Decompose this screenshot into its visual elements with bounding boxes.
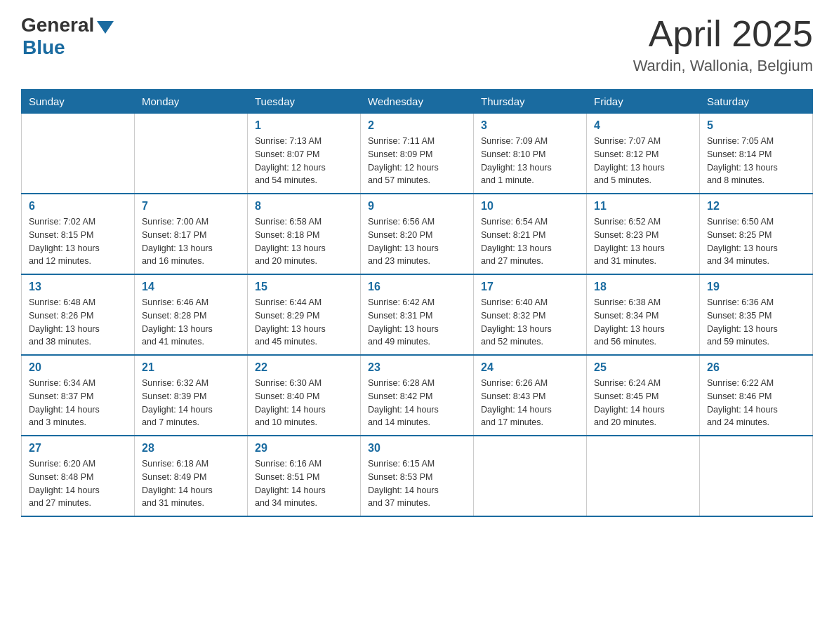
calendar-cell: 24Sunrise: 6:26 AM Sunset: 8:43 PM Dayli…	[474, 355, 587, 436]
calendar-cell: 27Sunrise: 6:20 AM Sunset: 8:48 PM Dayli…	[22, 436, 135, 516]
calendar-week-3: 13Sunrise: 6:48 AM Sunset: 8:26 PM Dayli…	[22, 274, 813, 355]
day-number: 5	[707, 119, 805, 132]
calendar-cell: 14Sunrise: 6:46 AM Sunset: 8:28 PM Dayli…	[135, 274, 248, 355]
page-header: General Blue April 2025 Wardin, Wallonia…	[21, 14, 813, 75]
day-info: Sunrise: 7:02 AM Sunset: 8:15 PM Dayligh…	[29, 215, 127, 268]
calendar-cell: 13Sunrise: 6:48 AM Sunset: 8:26 PM Dayli…	[22, 274, 135, 355]
column-header-monday: Monday	[135, 90, 248, 114]
calendar-week-5: 27Sunrise: 6:20 AM Sunset: 8:48 PM Dayli…	[22, 436, 813, 516]
column-header-tuesday: Tuesday	[248, 90, 361, 114]
day-number: 4	[594, 119, 692, 132]
calendar-cell: 6Sunrise: 7:02 AM Sunset: 8:15 PM Daylig…	[22, 194, 135, 274]
day-number: 17	[481, 281, 579, 293]
day-info: Sunrise: 6:30 AM Sunset: 8:40 PM Dayligh…	[255, 377, 353, 429]
day-info: Sunrise: 6:56 AM Sunset: 8:20 PM Dayligh…	[368, 215, 466, 268]
title-area: April 2025 Wardin, Wallonia, Belgium	[633, 14, 813, 75]
column-header-saturday: Saturday	[700, 90, 813, 114]
day-info: Sunrise: 6:36 AM Sunset: 8:35 PM Dayligh…	[707, 296, 805, 349]
calendar-cell: 16Sunrise: 6:42 AM Sunset: 8:31 PM Dayli…	[361, 274, 474, 355]
calendar-cell: 11Sunrise: 6:52 AM Sunset: 8:23 PM Dayli…	[587, 194, 700, 274]
logo: General Blue	[21, 14, 114, 59]
calendar-cell: 3Sunrise: 7:09 AM Sunset: 8:10 PM Daylig…	[474, 114, 587, 194]
day-number: 10	[481, 200, 579, 213]
day-info: Sunrise: 6:40 AM Sunset: 8:32 PM Dayligh…	[481, 296, 579, 349]
day-info: Sunrise: 6:46 AM Sunset: 8:28 PM Dayligh…	[142, 296, 240, 349]
calendar-header: SundayMondayTuesdayWednesdayThursdayFrid…	[22, 90, 813, 114]
day-info: Sunrise: 6:26 AM Sunset: 8:43 PM Dayligh…	[481, 377, 579, 429]
day-info: Sunrise: 7:07 AM Sunset: 8:12 PM Dayligh…	[594, 135, 692, 187]
calendar-cell: 17Sunrise: 6:40 AM Sunset: 8:32 PM Dayli…	[474, 274, 587, 355]
calendar-cell: 25Sunrise: 6:24 AM Sunset: 8:45 PM Dayli…	[587, 355, 700, 436]
day-number: 26	[707, 361, 805, 374]
day-number: 18	[594, 281, 692, 293]
calendar-cell: 1Sunrise: 7:13 AM Sunset: 8:07 PM Daylig…	[248, 114, 361, 194]
day-number: 28	[142, 442, 240, 455]
calendar-cell	[474, 436, 587, 516]
column-header-thursday: Thursday	[474, 90, 587, 114]
day-info: Sunrise: 7:13 AM Sunset: 8:07 PM Dayligh…	[255, 135, 353, 187]
day-number: 21	[142, 361, 240, 374]
day-number: 14	[142, 281, 240, 293]
calendar-cell: 10Sunrise: 6:54 AM Sunset: 8:21 PM Dayli…	[474, 194, 587, 274]
day-info: Sunrise: 6:44 AM Sunset: 8:29 PM Dayligh…	[255, 296, 353, 349]
day-number: 22	[255, 361, 353, 374]
day-info: Sunrise: 6:52 AM Sunset: 8:23 PM Dayligh…	[594, 215, 692, 268]
calendar-cell: 12Sunrise: 6:50 AM Sunset: 8:25 PM Dayli…	[700, 194, 813, 274]
day-info: Sunrise: 7:05 AM Sunset: 8:14 PM Dayligh…	[707, 135, 805, 187]
day-number: 19	[707, 281, 805, 293]
day-number: 8	[255, 200, 353, 213]
day-number: 20	[29, 361, 127, 374]
day-info: Sunrise: 6:22 AM Sunset: 8:46 PM Dayligh…	[707, 377, 805, 429]
day-number: 16	[368, 281, 466, 293]
day-number: 25	[594, 361, 692, 374]
column-header-wednesday: Wednesday	[361, 90, 474, 114]
calendar-cell	[700, 436, 813, 516]
logo-arrow-icon	[97, 21, 114, 34]
day-number: 7	[142, 200, 240, 213]
day-info: Sunrise: 6:15 AM Sunset: 8:53 PM Dayligh…	[368, 457, 466, 510]
day-number: 2	[368, 119, 466, 132]
calendar-week-4: 20Sunrise: 6:34 AM Sunset: 8:37 PM Dayli…	[22, 355, 813, 436]
calendar-cell: 7Sunrise: 7:00 AM Sunset: 8:17 PM Daylig…	[135, 194, 248, 274]
day-info: Sunrise: 6:48 AM Sunset: 8:26 PM Dayligh…	[29, 296, 127, 349]
day-number: 27	[29, 442, 127, 455]
day-number: 15	[255, 281, 353, 293]
day-number: 3	[481, 119, 579, 132]
day-info: Sunrise: 6:18 AM Sunset: 8:49 PM Dayligh…	[142, 457, 240, 510]
day-number: 30	[368, 442, 466, 455]
calendar-body: 1Sunrise: 7:13 AM Sunset: 8:07 PM Daylig…	[22, 114, 813, 517]
day-info: Sunrise: 6:42 AM Sunset: 8:31 PM Dayligh…	[368, 296, 466, 349]
day-info: Sunrise: 6:34 AM Sunset: 8:37 PM Dayligh…	[29, 377, 127, 429]
calendar-cell: 23Sunrise: 6:28 AM Sunset: 8:42 PM Dayli…	[361, 355, 474, 436]
calendar-cell: 21Sunrise: 6:32 AM Sunset: 8:39 PM Dayli…	[135, 355, 248, 436]
day-info: Sunrise: 7:11 AM Sunset: 8:09 PM Dayligh…	[368, 135, 466, 187]
day-number: 1	[255, 119, 353, 132]
day-info: Sunrise: 6:24 AM Sunset: 8:45 PM Dayligh…	[594, 377, 692, 429]
location-text: Wardin, Wallonia, Belgium	[633, 57, 813, 75]
column-header-sunday: Sunday	[22, 90, 135, 114]
calendar-cell: 15Sunrise: 6:44 AM Sunset: 8:29 PM Dayli…	[248, 274, 361, 355]
calendar-cell: 26Sunrise: 6:22 AM Sunset: 8:46 PM Dayli…	[700, 355, 813, 436]
day-number: 24	[481, 361, 579, 374]
day-number: 12	[707, 200, 805, 213]
day-info: Sunrise: 7:09 AM Sunset: 8:10 PM Dayligh…	[481, 135, 579, 187]
calendar-cell: 29Sunrise: 6:16 AM Sunset: 8:51 PM Dayli…	[248, 436, 361, 516]
calendar-cell	[587, 436, 700, 516]
month-title: April 2025	[633, 14, 813, 54]
calendar-cell: 2Sunrise: 7:11 AM Sunset: 8:09 PM Daylig…	[361, 114, 474, 194]
column-header-friday: Friday	[587, 90, 700, 114]
calendar-cell	[135, 114, 248, 194]
calendar-cell: 28Sunrise: 6:18 AM Sunset: 8:49 PM Dayli…	[135, 436, 248, 516]
calendar-cell: 4Sunrise: 7:07 AM Sunset: 8:12 PM Daylig…	[587, 114, 700, 194]
day-number: 6	[29, 200, 127, 213]
day-info: Sunrise: 6:38 AM Sunset: 8:34 PM Dayligh…	[594, 296, 692, 349]
logo-general-text: General	[21, 14, 94, 36]
day-number: 29	[255, 442, 353, 455]
day-number: 13	[29, 281, 127, 293]
day-info: Sunrise: 6:20 AM Sunset: 8:48 PM Dayligh…	[29, 457, 127, 510]
calendar-cell: 18Sunrise: 6:38 AM Sunset: 8:34 PM Dayli…	[587, 274, 700, 355]
day-info: Sunrise: 6:32 AM Sunset: 8:39 PM Dayligh…	[142, 377, 240, 429]
day-number: 11	[594, 200, 692, 213]
day-info: Sunrise: 6:54 AM Sunset: 8:21 PM Dayligh…	[481, 215, 579, 268]
calendar-week-1: 1Sunrise: 7:13 AM Sunset: 8:07 PM Daylig…	[22, 114, 813, 194]
